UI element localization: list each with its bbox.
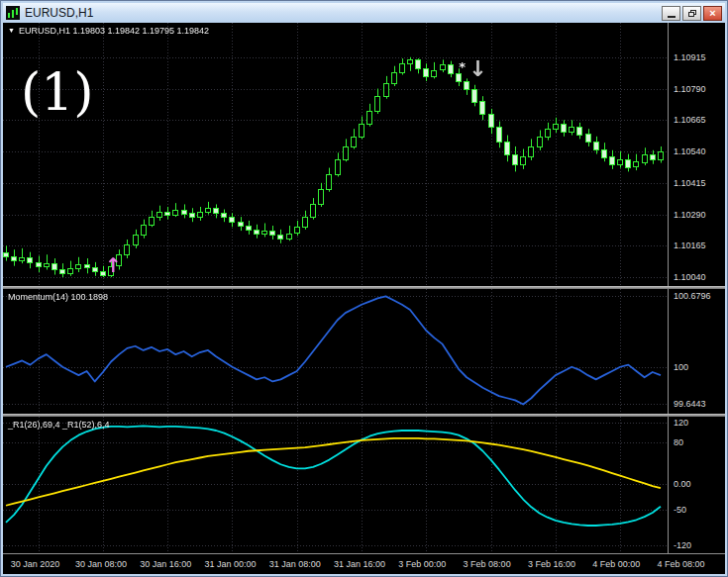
- titlebar[interactable]: EURUSD,H1 ×: [3, 3, 725, 23]
- minimize-button[interactable]: [662, 6, 680, 21]
- axis-label: 1.10040: [674, 272, 706, 282]
- momentum-chart[interactable]: [3, 289, 668, 414]
- axis-label: 120: [674, 418, 688, 428]
- axis-label: 1.10790: [674, 84, 706, 94]
- window-controls: ×: [662, 6, 722, 21]
- symbol-dropdown-icon: ▼: [8, 27, 15, 34]
- sell-arrow-icon[interactable]: ↓: [468, 58, 486, 80]
- application-window: EURUSD,H1 × ▼EURUSD,H1 1.19803 1.19842 1…: [0, 0, 728, 577]
- momentum-header: Momentum(14) 100.1898: [8, 292, 108, 302]
- restore-icon: [688, 10, 696, 17]
- time-label: 3 Feb 00:00: [398, 559, 446, 569]
- axis-label: 99.6443: [674, 399, 706, 409]
- axis-label: 1.10540: [674, 146, 706, 156]
- time-label: 31 Jan 16:00: [334, 559, 385, 569]
- chart-header-text: EURUSD,H1 1.19803 1.19842 1.19795 1.1984…: [19, 26, 209, 36]
- axis-label: 1.10415: [674, 178, 706, 188]
- time-label: 4 Feb 08:00: [657, 559, 704, 569]
- r1-header: _R1(26),69,4 _R1(52),6,4: [8, 420, 110, 430]
- time-label: 3 Feb 08:00: [464, 559, 511, 569]
- candlestick-chart[interactable]: [3, 23, 668, 286]
- time-label: 3 Feb 16:00: [528, 559, 575, 569]
- axis-label: 1.10290: [674, 210, 706, 220]
- star-icon[interactable]: *: [459, 60, 466, 73]
- annotation-text[interactable]: (1): [21, 66, 94, 118]
- close-button[interactable]: ×: [703, 6, 722, 21]
- time-label: 31 Jan 08:00: [269, 559, 321, 569]
- chart-client: ▼EURUSD,H1 1.19803 1.19842 1.19795 1.198…: [3, 23, 725, 574]
- axis-label: 0.00: [674, 479, 691, 489]
- time-label: 30 Jan 2020: [11, 559, 60, 569]
- time-label: 4 Feb 00:00: [592, 559, 640, 569]
- momentum-pane[interactable]: Momentum(14) 100.1898 100.679610099.6443: [3, 289, 725, 414]
- time-axis[interactable]: 30 Jan 202030 Jan 08:0030 Jan 16:0031 Ja…: [3, 553, 725, 574]
- axis-label: 1.10915: [674, 52, 706, 62]
- axis-label: 1.10665: [674, 115, 706, 125]
- axis-label: 1.10165: [674, 240, 706, 250]
- axis-label: -120: [674, 540, 691, 550]
- axis-label: 100.6796: [674, 291, 711, 301]
- price-axis[interactable]: 1.109151.107901.106651.105401.104151.102…: [668, 23, 725, 286]
- time-label: 30 Jan 08:00: [75, 559, 127, 569]
- axis-label: -50: [674, 505, 686, 515]
- chart-icon: [6, 6, 20, 20]
- buy-arrow-icon[interactable]: ↑: [105, 255, 122, 275]
- axis-label: 80: [674, 437, 683, 447]
- r1-indicator-pane[interactable]: _R1(26),69,4 _R1(52),6,4 120800.00-50-12…: [3, 417, 725, 553]
- time-label: 30 Jan 16:00: [140, 559, 191, 569]
- minimize-icon: [668, 16, 676, 18]
- momentum-axis[interactable]: 100.679610099.6443: [668, 289, 725, 414]
- r1-axis[interactable]: 120800.00-50-120: [668, 417, 725, 553]
- time-label: 31 Jan 00:00: [204, 559, 256, 569]
- restore-button[interactable]: [682, 6, 701, 21]
- axis-label: 100: [674, 362, 688, 372]
- chart-header: ▼EURUSD,H1 1.19803 1.19842 1.19795 1.198…: [8, 26, 209, 36]
- window-title: EURUSD,H1: [25, 6, 93, 20]
- r1-chart[interactable]: [3, 417, 668, 553]
- main-chart-pane[interactable]: ▼EURUSD,H1 1.19803 1.19842 1.19795 1.198…: [3, 23, 725, 286]
